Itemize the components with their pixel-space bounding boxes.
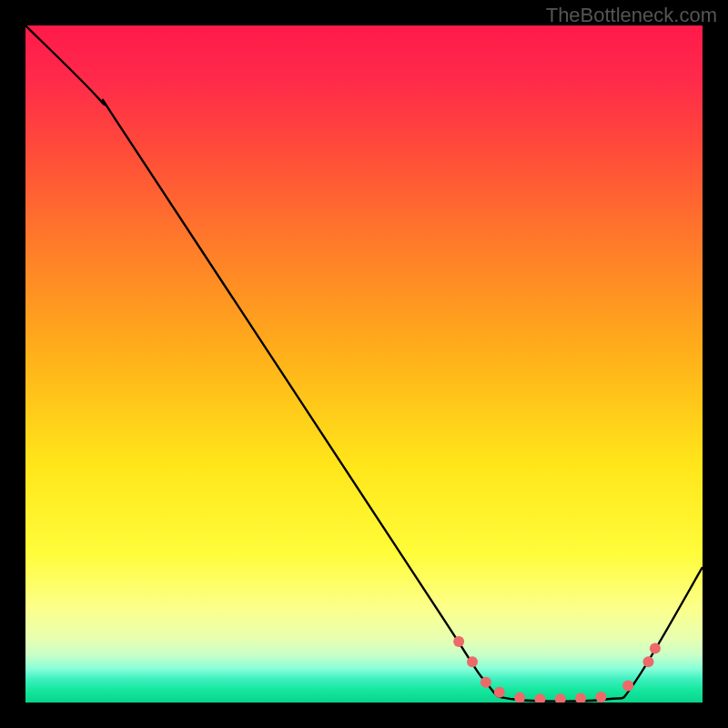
highlight-dot [514,693,525,703]
highlight-dot [642,656,653,667]
plot-area [25,25,703,703]
highlight-dot [480,677,491,688]
highlight-dot [595,692,606,703]
highlight-dots-group [453,636,661,703]
highlight-dot [467,656,478,667]
bottleneck-curve [25,25,703,702]
watermark-text: TheBottleneck.com [546,4,717,27]
highlight-dot [534,693,545,703]
highlight-dot [494,687,505,698]
highlight-dot [650,642,661,653]
highlight-dot [555,693,566,703]
chart-svg [25,25,703,703]
highlight-dot [453,636,464,647]
highlight-dot [575,693,586,703]
highlight-dot [622,680,633,691]
